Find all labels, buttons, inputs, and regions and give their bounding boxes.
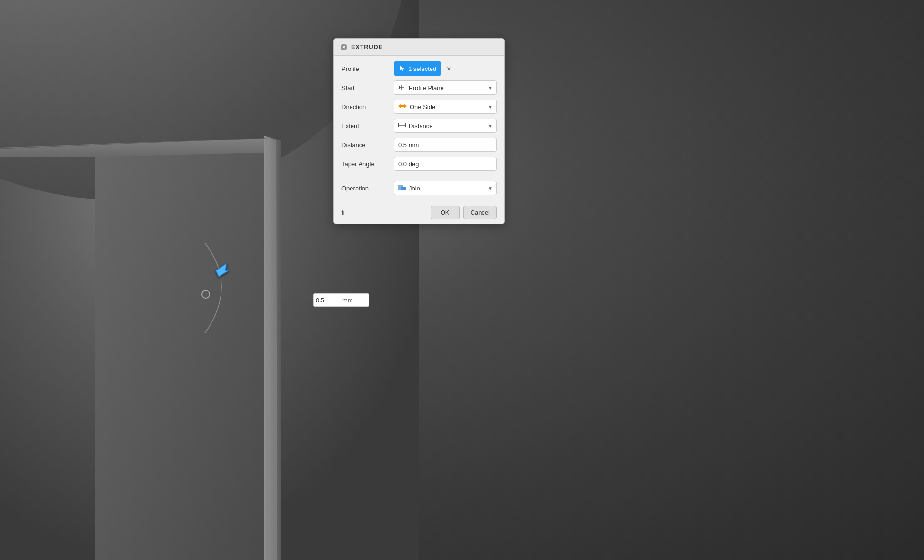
operation-label: Operation [341, 185, 394, 192]
profile-control: 1 selected × [394, 61, 497, 76]
svg-marker-8 [214, 260, 231, 280]
start-dropdown-arrow-icon: ▼ [488, 85, 492, 90]
dialog-divider [341, 176, 497, 176]
dialog-title: EXTRUDE [351, 43, 383, 50]
operation-control[interactable]: Join ▼ [394, 181, 497, 195]
start-row: Start Profile Plane ▼ [341, 80, 497, 95]
svg-marker-5 [267, 137, 277, 560]
taper-angle-input[interactable]: 0.0 deg [394, 157, 497, 171]
cancel-button[interactable]: Cancel [463, 206, 497, 219]
cursor-small-icon [399, 65, 405, 73]
dimension-unit-label: mm [342, 297, 355, 304]
ok-button[interactable]: OK [431, 206, 460, 219]
profile-selected-button[interactable]: 1 selected [394, 61, 441, 76]
distance-control[interactable]: 0.5 mm [394, 138, 497, 152]
svg-marker-12 [400, 66, 404, 71]
extent-label: Extent [341, 122, 394, 130]
inline-dimension-input[interactable]: 0.5 mm ⋮ [313, 293, 369, 307]
operation-row: Operation Join ▼ [341, 181, 497, 195]
svg-rect-21 [401, 187, 406, 190]
extent-dropdown-arrow-icon: ▼ [488, 123, 492, 129]
extrude-dialog: EXTRUDE Profile 1 selected × [333, 38, 505, 224]
extent-icon [398, 122, 406, 130]
direction-label: Direction [341, 103, 394, 110]
start-dropdown[interactable]: Profile Plane ▼ [394, 80, 497, 95]
dialog-footer: ℹ OK Cancel [334, 201, 504, 224]
extent-dropdown[interactable]: Distance ▼ [394, 119, 497, 133]
dialog-close-icon[interactable] [341, 44, 347, 50]
profile-clear-button[interactable]: × [445, 65, 452, 72]
direction-icon [398, 103, 407, 111]
info-icon[interactable]: ℹ [341, 208, 344, 217]
extent-value: Distance [409, 122, 433, 130]
extent-control[interactable]: Distance ▼ [394, 119, 497, 133]
extent-row: Extent Distance ▼ [341, 119, 497, 133]
operation-value: Join [409, 185, 420, 192]
operation-dropdown-arrow-icon: ▼ [488, 186, 492, 191]
direction-dropdown-arrow-icon: ▼ [488, 104, 492, 110]
operation-icon [398, 184, 406, 192]
distance-row: Distance 0.5 mm [341, 138, 497, 152]
start-value: Profile Plane [409, 84, 444, 91]
direction-row: Direction One Side ▼ [341, 100, 497, 114]
svg-marker-2 [95, 138, 276, 560]
selected-count-text: 1 selected [408, 65, 436, 72]
taper-angle-control[interactable]: 0.0 deg [394, 157, 497, 171]
direction-dropdown[interactable]: One Side ▼ [394, 100, 497, 114]
dimension-value-input[interactable]: 0.5 [314, 296, 342, 305]
profile-label: Profile [341, 65, 394, 72]
profile-row: Profile 1 selected × [341, 61, 497, 76]
direction-value: One Side [410, 103, 435, 110]
distance-input[interactable]: 0.5 mm [394, 138, 497, 152]
dialog-body: Profile 1 selected × Start [334, 56, 504, 201]
start-plane-icon [398, 84, 405, 92]
taper-angle-row: Taper Angle 0.0 deg [341, 157, 497, 171]
svg-marker-16 [398, 104, 407, 109]
distance-label: Distance [341, 141, 394, 149]
dialog-title-bar: EXTRUDE [334, 39, 504, 56]
operation-dropdown[interactable]: Join ▼ [394, 181, 497, 195]
start-control[interactable]: Profile Plane ▼ [394, 80, 497, 95]
direction-control[interactable]: One Side ▼ [394, 100, 497, 114]
start-label: Start [341, 84, 394, 91]
taper-angle-label: Taper Angle [341, 160, 394, 168]
dimension-more-button[interactable]: ⋮ [355, 294, 369, 306]
